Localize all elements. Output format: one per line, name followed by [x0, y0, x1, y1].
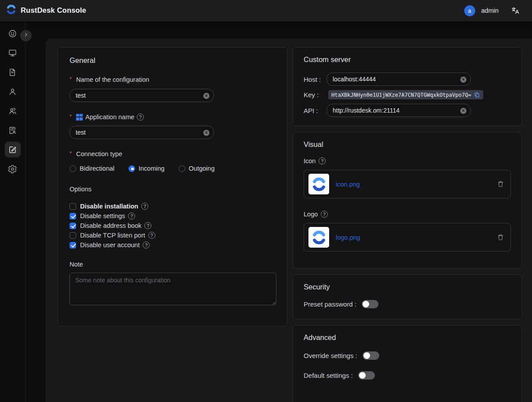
- sidebar-item-groups[interactable]: [5, 103, 21, 119]
- icon-label: Icon: [304, 157, 511, 164]
- checkbox-icon: [70, 213, 76, 219]
- content-panel: General Name of the configuration Applic…: [45, 39, 532, 402]
- app-name-label: Application name: [70, 113, 275, 121]
- api-input[interactable]: [327, 104, 471, 117]
- person-icon: [8, 87, 17, 96]
- sidebar-item-devices[interactable]: [5, 45, 21, 61]
- radio-icon: [128, 165, 135, 172]
- note-textarea[interactable]: [70, 273, 276, 305]
- preset-password-label: Preset password :: [304, 300, 356, 308]
- chevron-right-icon: [23, 32, 29, 40]
- help-icon[interactable]: [128, 212, 135, 219]
- checkbox-disable-address-book[interactable]: Disable address book: [70, 221, 275, 230]
- clear-icon[interactable]: [203, 130, 209, 136]
- default-settings-label: Default settings :: [304, 372, 353, 379]
- smiley-icon: [8, 29, 17, 38]
- gear-icon: [8, 164, 17, 174]
- icon-thumbnail: [308, 174, 329, 194]
- options-group: Disable installation Disable settings Di…: [70, 201, 275, 250]
- checkbox-icon: [70, 232, 76, 239]
- brand: RustDesk Console: [0, 4, 86, 17]
- logo-thumbnail: [308, 227, 329, 248]
- visual-card: Visual Icon icon.png: [293, 132, 522, 269]
- app-name-field[interactable]: [70, 129, 213, 136]
- key-chip: HtaXBkJNHyn0e1U1jWXze7A7CN7QTGWqxkOtpaVp…: [328, 90, 483, 99]
- host-label: Host :: [304, 76, 327, 83]
- connection-type-group: Bidirectional Incoming Outgoing: [70, 165, 275, 172]
- radio-icon: [70, 165, 76, 172]
- default-settings-toggle[interactable]: [358, 371, 375, 380]
- help-icon[interactable]: [148, 232, 155, 239]
- clear-icon[interactable]: [460, 77, 466, 83]
- checkbox-disable-tcp-listen-port[interactable]: Disable TCP listen port: [70, 230, 275, 240]
- sidebar-item-users[interactable]: [5, 84, 21, 99]
- trash-icon[interactable]: [497, 234, 504, 241]
- host-field[interactable]: [327, 76, 470, 83]
- note-label: Note: [70, 261, 275, 268]
- radio-outgoing[interactable]: Outgoing: [179, 165, 215, 172]
- help-icon[interactable]: [137, 113, 144, 121]
- override-settings-label: Override settings :: [304, 352, 357, 359]
- checkbox-disable-installation[interactable]: Disable installation: [70, 201, 275, 211]
- api-field[interactable]: [327, 107, 470, 114]
- translate-icon[interactable]: [511, 6, 520, 15]
- preset-password-toggle[interactable]: [362, 300, 378, 308]
- override-settings-toggle[interactable]: [363, 351, 379, 360]
- edit-icon: [8, 145, 17, 154]
- avatar[interactable]: a: [464, 5, 475, 16]
- security-title: Security: [304, 283, 511, 291]
- monitor-icon: [8, 48, 17, 58]
- api-label: API :: [304, 107, 327, 114]
- windows-icon: [76, 114, 83, 121]
- trash-icon[interactable]: [497, 180, 504, 188]
- checkbox-disable-user-account[interactable]: Disable user account: [70, 240, 275, 250]
- config-name-field[interactable]: [70, 92, 213, 99]
- sidebar-item-audit[interactable]: [5, 122, 21, 138]
- clear-icon[interactable]: [460, 108, 466, 114]
- icon-file-link[interactable]: icon.png: [336, 181, 360, 188]
- help-icon[interactable]: [141, 203, 148, 210]
- radio-bidirectional[interactable]: Bidirectional: [70, 165, 114, 172]
- copy-icon[interactable]: [474, 92, 480, 98]
- checkbox-icon: [70, 223, 76, 229]
- visual-title: Visual: [304, 140, 511, 149]
- radio-incoming[interactable]: Incoming: [128, 165, 165, 172]
- sidebar-item-settings[interactable]: [5, 161, 21, 177]
- sidebar-collapse-button[interactable]: [20, 30, 32, 41]
- checkbox-icon: [70, 242, 76, 249]
- config-name-input[interactable]: [70, 89, 214, 102]
- help-icon[interactable]: [319, 157, 326, 164]
- checkbox-icon: [70, 203, 76, 210]
- connection-type-label: Connection type: [70, 150, 275, 157]
- help-icon[interactable]: [143, 241, 150, 249]
- sidebar-item-dashboard[interactable]: [5, 26, 21, 41]
- custom-server-card: Custom server Host : Key : HtaXBkJNHyn0e…: [293, 47, 522, 126]
- document-person-icon: [8, 126, 17, 135]
- logo-file-link[interactable]: logo.png: [336, 234, 360, 241]
- app-title: RustDesk Console: [21, 6, 86, 15]
- username[interactable]: admin: [481, 7, 499, 14]
- host-input[interactable]: [327, 73, 471, 86]
- icon-file-row: icon.png: [304, 170, 511, 198]
- top-bar: RustDesk Console a admin: [0, 0, 532, 21]
- rustdesk-logo-icon: [6, 4, 17, 17]
- sidebar-item-documents[interactable]: [5, 64, 21, 80]
- advanced-card: Advanced Override settings : Default set…: [293, 325, 522, 402]
- options-label: Options: [70, 186, 275, 193]
- security-card: Security Preset password :: [293, 274, 522, 319]
- help-icon[interactable]: [144, 222, 151, 229]
- radio-icon: [179, 165, 185, 172]
- custom-server-title: Custom server: [304, 55, 511, 64]
- key-value: HtaXBkJNHyn0e1U1jWXze7A7CN7QTGWqxkOtpaVp…: [331, 92, 471, 98]
- sidebar: [0, 21, 26, 402]
- general-title: General: [70, 56, 275, 65]
- clear-icon[interactable]: [203, 93, 209, 99]
- help-icon[interactable]: [321, 211, 328, 218]
- sidebar-item-custom-client[interactable]: [5, 142, 21, 157]
- key-label: Key :: [304, 91, 327, 99]
- logo-file-row: logo.png: [304, 223, 511, 252]
- checkbox-disable-settings[interactable]: Disable settings: [70, 211, 275, 221]
- general-card: General Name of the configuration Applic…: [58, 47, 287, 326]
- app-name-input[interactable]: [70, 126, 214, 139]
- people-icon: [8, 106, 17, 116]
